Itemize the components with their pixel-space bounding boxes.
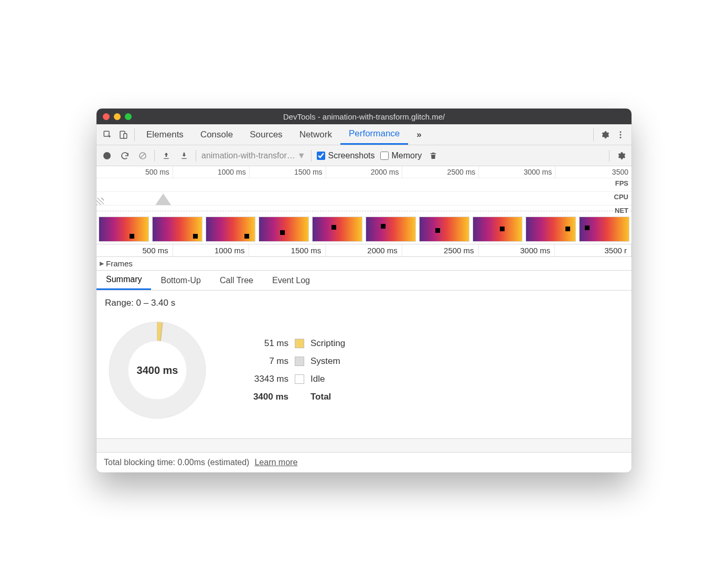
legend-name: Scripting [311, 338, 345, 349]
clear-button[interactable] [136, 149, 149, 162]
screenshot-thumbnail[interactable] [526, 217, 576, 242]
disclosure-triangle-icon: ▶ [100, 260, 104, 267]
legend-value: 3400 ms [241, 392, 288, 402]
ruler-tick: 2500 ms [402, 244, 479, 256]
screenshot-thumbnail[interactable] [312, 217, 362, 242]
svg-point-3 [620, 131, 622, 133]
ruler-tick: 500 ms [97, 244, 173, 256]
ruler-tick: 1000 ms [173, 244, 250, 256]
detail-tab-call-tree[interactable]: Call Tree [210, 271, 263, 290]
legend-row-idle: 3343 msIdle [241, 374, 345, 384]
legend-row-total: 3400 msTotal [241, 392, 345, 402]
legend-row-system: 7 msSystem [241, 356, 345, 367]
tab-console[interactable]: Console [192, 124, 241, 145]
inspect-element-icon[interactable] [100, 127, 115, 143]
memory-label: Memory [392, 151, 422, 160]
devtools-window: DevTools - animation-with-transform.glit… [97, 109, 631, 472]
screenshot-thumbnail[interactable] [366, 217, 416, 242]
ruler-tick: 2000 ms [326, 244, 402, 256]
screenshot-thumbnail[interactable] [259, 217, 309, 242]
legend-name: Total [311, 392, 331, 402]
ruler-tick: 2500 ms [402, 166, 479, 178]
maximize-window-button[interactable] [125, 113, 132, 120]
ruler-tick: 1500 ms [250, 166, 326, 178]
drawer-gap [97, 438, 631, 452]
animated-box [435, 228, 440, 233]
donut-total-label: 3400 ms [105, 318, 210, 423]
animated-box [280, 230, 285, 235]
overview-timeline[interactable]: 500 ms1000 ms1500 ms2000 ms2500 ms3000 m… [97, 166, 631, 244]
legend-swatch [295, 339, 304, 348]
animated-box [381, 224, 386, 229]
frames-label: Frames [106, 259, 133, 268]
screenshot-thumbnail[interactable] [419, 217, 469, 242]
animated-box [500, 227, 505, 231]
animated-box [585, 225, 590, 230]
overview-lanes: FPS CPU NET [97, 178, 631, 214]
ruler-tick: 2000 ms [326, 166, 403, 178]
tab-network[interactable]: Network [291, 124, 340, 145]
animated-box [565, 227, 570, 231]
net-baseline [97, 211, 631, 211]
separator [154, 150, 155, 162]
legend-value: 3343 ms [241, 374, 288, 384]
ruler-tick: 3000 ms [479, 244, 555, 256]
window-controls [103, 113, 132, 120]
separator [134, 128, 135, 141]
titlebar: DevTools - animation-with-transform.glit… [97, 109, 631, 124]
kebab-menu-icon[interactable] [613, 127, 628, 143]
animated-box [193, 234, 198, 239]
tab-sources[interactable]: Sources [241, 124, 291, 145]
time-breakdown-donut: 3400 ms [105, 318, 210, 423]
profile-name: animation-with-transfor… [201, 151, 295, 160]
capture-settings-gear-icon[interactable] [615, 149, 627, 162]
screenshot-thumbnail[interactable] [99, 217, 149, 242]
memory-checkbox[interactable]: Memory [380, 151, 422, 160]
separator [593, 128, 594, 141]
settings-gear-icon[interactable] [597, 127, 613, 143]
minimize-window-button[interactable] [114, 113, 121, 120]
cpu-lane: CPU [97, 191, 631, 205]
cpu-hatch [97, 198, 104, 205]
ruler-tick: 3500 r [555, 244, 631, 256]
garbage-collect-icon[interactable] [427, 149, 440, 162]
close-window-button[interactable] [103, 113, 110, 120]
legend-swatch [295, 374, 304, 384]
blocking-time-text: Total blocking time: 0.00ms (estimated) [104, 458, 249, 467]
profile-selector[interactable]: animation-with-transfor… ▼ [201, 151, 306, 160]
save-profile-icon[interactable] [178, 149, 190, 162]
tab-elements[interactable]: Elements [138, 124, 192, 145]
screenshot-thumbnail[interactable] [579, 217, 629, 242]
device-toggle-icon[interactable] [115, 127, 131, 143]
footer-bar: Total blocking time: 0.00ms (estimated) … [97, 452, 631, 472]
fps-label: FPS [614, 179, 629, 187]
screenshot-thumbnail[interactable] [206, 217, 256, 242]
legend-name: System [311, 356, 340, 367]
screenshot-thumbnail[interactable] [473, 217, 523, 242]
screenshots-checkbox[interactable]: Screenshots [317, 151, 375, 160]
svg-rect-2 [124, 133, 127, 138]
frames-section-toggle[interactable]: ▶ Frames [97, 257, 631, 271]
screenshots-label: Screenshots [328, 151, 375, 160]
svg-rect-0 [104, 131, 109, 136]
net-lane: NET [97, 205, 631, 214]
detail-tab-event-log[interactable]: Event Log [263, 271, 319, 290]
ruler-tick: 1000 ms [173, 166, 250, 178]
reload-record-button[interactable] [119, 149, 131, 162]
net-label: NET [614, 207, 629, 214]
detail-tab-summary[interactable]: Summary [97, 271, 151, 290]
learn-more-link[interactable]: Learn more [254, 458, 297, 467]
tabs-overflow-button[interactable]: » [408, 130, 430, 140]
record-button[interactable] [101, 149, 113, 162]
ruler-tick: 1500 ms [249, 244, 326, 256]
overview-ruler: 500 ms1000 ms1500 ms2000 ms2500 ms3000 m… [97, 166, 631, 178]
performance-toolbar: animation-with-transfor… ▼ Screenshots M… [97, 145, 631, 166]
cpu-activity [155, 193, 171, 205]
load-profile-icon[interactable] [160, 149, 173, 162]
main-tabs: ElementsConsoleSourcesNetworkPerformance [138, 124, 408, 145]
screenshot-thumbnail[interactable] [152, 217, 202, 242]
flamechart-ruler[interactable]: 500 ms1000 ms1500 ms2000 ms2500 ms3000 m… [97, 244, 631, 257]
tab-performance[interactable]: Performance [340, 124, 408, 145]
detail-tab-bottom-up[interactable]: Bottom-Up [151, 271, 210, 290]
screenshot-filmstrip[interactable] [97, 214, 631, 244]
